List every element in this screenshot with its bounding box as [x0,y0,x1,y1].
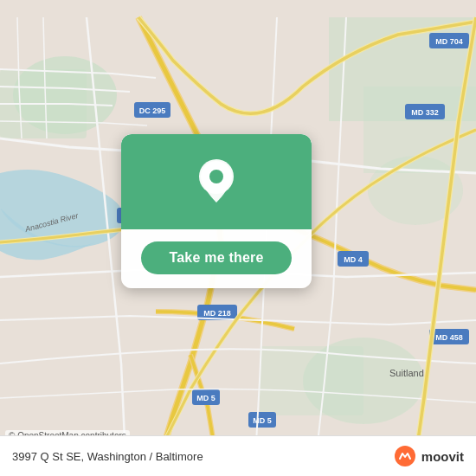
svg-text:MD 5: MD 5 [196,394,215,402]
svg-text:MD 704: MD 704 [435,37,463,46]
location-pin-icon [197,163,235,201]
svg-text:MD 4: MD 4 [344,255,363,264]
bottom-bar: 3997 Q St SE, Washington / Baltimore moo… [0,435,476,476]
svg-text:Suitland: Suitland [389,368,424,378]
moovit-logo: moovit [394,445,464,467]
moovit-logo-text: moovit [421,449,464,464]
svg-text:MD 218: MD 218 [203,309,231,318]
moovit-icon [394,445,416,467]
address-text: 3997 Q St SE, Washington / Baltimore [12,450,203,463]
location-card: Take me there [121,134,312,288]
svg-rect-7 [260,346,363,415]
card-map-area [121,134,312,229]
svg-text:DC 295: DC 295 [139,106,166,115]
svg-text:MD 332: MD 332 [411,108,439,117]
take-me-there-button[interactable]: Take me there [141,241,291,274]
svg-point-29 [209,170,223,183]
svg-text:MD 458: MD 458 [435,333,463,342]
map-container: DC 295 DC 295 MD 4 MD 218 MD 5 MD 5 MD 4… [0,0,476,476]
svg-text:MD 5: MD 5 [253,416,272,425]
